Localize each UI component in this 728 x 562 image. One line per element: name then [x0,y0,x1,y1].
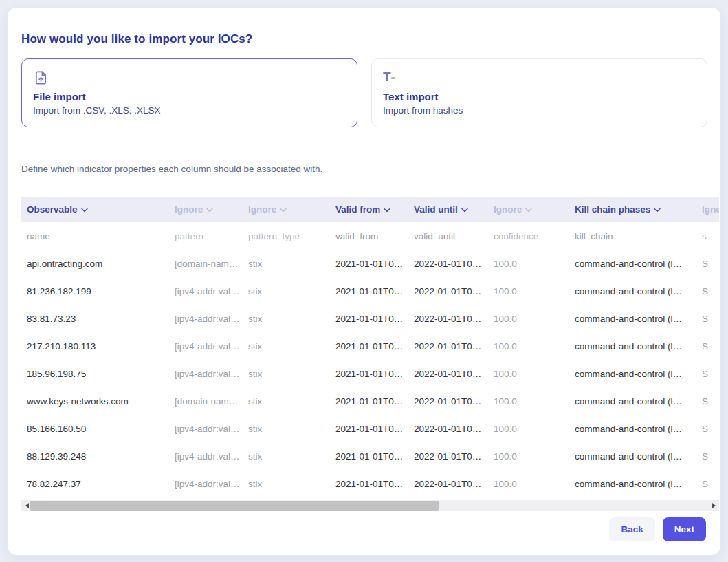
text-import-card[interactable]: T≡ Text import Import from hashes [371,58,707,127]
table-cell: S [696,451,719,462]
table-cell: 185.96.198.75 [21,369,169,379]
table-cell: 2022-01-01T0… [408,396,488,407]
table-cell: [ipv4-addr:val… [169,424,243,434]
chevron-down-icon [461,208,468,213]
table-cell: 100.0 [488,369,569,379]
chevron-down-icon [280,208,287,213]
table-cell: S [696,369,719,379]
file-import-title: File import [33,91,346,102]
table-cell: api.ontracting.com [21,259,169,269]
table-cell: valid_from [330,231,408,241]
table-cell: 2022-01-01T0… [408,314,488,324]
column-mapping-select[interactable]: Ignore [169,204,243,215]
column-mapping-label: Ignore [175,204,203,215]
table-cell: S [696,286,719,296]
column-mapping-label: Valid from [335,204,380,215]
column-mapping-select[interactable]: Valid until [408,204,488,215]
back-button[interactable]: Back [609,517,654,541]
table-cell: command-and-control (l… [569,479,696,489]
table-cell: stix [243,451,330,462]
chevron-down-icon [206,208,213,213]
mapping-table: Observable Ignore Ignore Valid from Vali… [21,197,719,497]
table-cell: command-and-control (l… [569,259,696,269]
table-cell: 2021-01-01T0… [330,286,408,296]
chevron-down-icon [81,208,88,213]
table-cell: S [696,424,719,434]
file-import-card[interactable]: File import Import from .CSV, .XLS, .XLS… [21,58,357,127]
column-mapping-select[interactable]: Observable [21,204,169,215]
table-cell: pattern [169,231,243,241]
table-row: 85.166.160.50[ipv4-addr:val…stix2021-01-… [21,415,719,442]
column-mapping-label: Valid until [414,204,458,215]
table-body: namepatternpattern_typevalid_fromvalid_u… [21,222,719,497]
column-mapping-select[interactable]: Ignore [488,204,569,215]
table-cell: command-and-control (l… [569,369,696,379]
table-cell: 100.0 [488,314,569,324]
table-cell: stix [243,259,330,269]
table-cell: S [696,314,719,324]
column-mapping-select[interactable]: Ignore [243,204,330,215]
table-cell: www.keys-networks.com [21,396,169,407]
table-cell: 100.0 [488,396,569,407]
table-cell: command-and-control (l… [569,424,696,434]
table-cell: [ipv4-addr:val… [169,451,243,462]
table-cell: [domain-nam… [169,259,243,269]
table-cell: stix [243,424,330,434]
table-cell: 2022-01-01T0… [408,479,488,489]
file-import-subtitle: Import from .CSV, .XLS, .XLSX [33,105,346,116]
text-import-icon: T≡ [383,69,696,87]
table-cell: 2021-01-01T0… [330,314,408,324]
column-mapping-select[interactable]: Ignore [696,204,719,215]
dialog-footer: Back Next [609,517,706,541]
table-cell: 2021-01-01T0… [330,259,408,269]
table-cell: 100.0 [488,341,569,352]
column-mapping-label: Kill chain phases [575,204,650,215]
column-mapping-label: Observable [27,204,78,215]
table-cell: confidence [488,231,569,241]
table-cell: 78.82.247.37 [21,479,169,489]
table-cell: 2022-01-01T0… [408,286,488,296]
table-cell: S [696,341,719,352]
scroll-right-arrow-icon[interactable] [708,500,719,511]
text-import-subtitle: Import from hashes [383,105,696,116]
table-cell: [ipv4-addr:val… [169,479,243,489]
dialog-title: How would you like to import your IOCs? [21,32,252,46]
table-cell: stix [243,396,330,407]
table-cell: 2022-01-01T0… [408,424,488,434]
column-mapping-select[interactable]: Valid from [330,204,408,215]
table-cell: stix [243,314,330,324]
table-cell: 2022-01-01T0… [408,259,488,269]
table-cell: [ipv4-addr:val… [169,341,243,352]
horizontal-scrollbar[interactable] [21,500,719,511]
next-button[interactable]: Next [663,517,706,541]
import-iocs-dialog: How would you like to import your IOCs? … [7,7,721,556]
table-cell: S [696,396,719,407]
table-row: 88.129.39.248[ipv4-addr:val…stix2021-01-… [21,442,719,470]
table-cell: command-and-control (l… [569,341,696,352]
column-mapping-select[interactable]: Kill chain phases [569,204,696,215]
table-cell: 100.0 [488,286,569,296]
table-row: 83.81.73.23[ipv4-addr:val…stix2021-01-01… [21,305,719,332]
table-cell: 2021-01-01T0… [330,341,408,352]
table-cell: valid_until [408,231,488,241]
table-row: 81.236.182.199[ipv4-addr:val…stix2021-01… [21,277,719,305]
table-row: 217.210.180.113[ipv4-addr:val…stix2021-0… [21,332,719,360]
chevron-down-icon [384,208,390,213]
column-mapping-label: Ignore [494,204,522,215]
table-cell: [ipv4-addr:val… [169,369,243,379]
table-cell: kill_chain [569,231,696,241]
table-cell: pattern_type [243,231,330,241]
table-cell: 85.166.160.50 [21,424,169,434]
table-cell: stix [243,369,330,379]
table-cell: s [696,231,719,241]
chevron-down-icon [525,208,532,213]
scrollbar-thumb[interactable] [30,501,439,511]
table-cell: 217.210.180.113 [21,341,169,352]
column-mapping-label: Ignore [702,204,719,215]
table-cell: 100.0 [488,451,569,462]
table-cell: stix [243,341,330,352]
table-cell: command-and-control (l… [569,396,696,407]
table-cell: 2022-01-01T0… [408,341,488,352]
table-header-row: Observable Ignore Ignore Valid from Vali… [21,197,719,222]
table-cell: S [696,259,719,269]
